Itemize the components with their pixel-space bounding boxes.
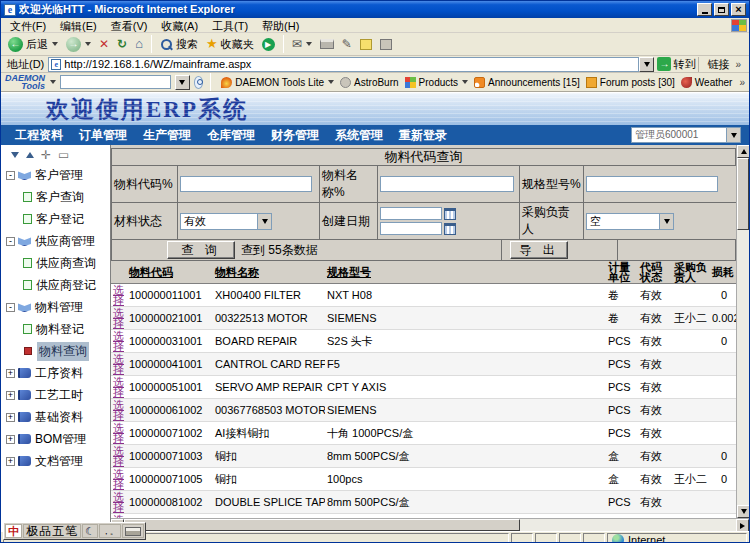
menu-item[interactable]: 帮助(H) (255, 20, 306, 32)
restore-button[interactable] (714, 3, 729, 16)
tree-toggle-icon[interactable]: + (6, 413, 15, 422)
tree-item[interactable]: 物料查询 (5, 340, 110, 362)
column-header[interactable]: 规格型号 (325, 261, 606, 284)
daemon-toolbar-item[interactable]: AstroBurn (337, 77, 401, 88)
daemon-search-icon[interactable] (194, 76, 204, 89)
stop-button[interactable]: ✕ (96, 36, 112, 52)
daemon-toolbar-item[interactable]: Weather (678, 77, 736, 88)
tree-group[interactable]: +工序资料 (5, 362, 110, 384)
select-link[interactable]: 选择 (113, 400, 125, 420)
tree-group[interactable]: +文档管理 (5, 450, 110, 472)
mail-button[interactable]: ✉ (289, 37, 315, 52)
go-button[interactable]: → 转到 (657, 57, 695, 72)
tree-group[interactable]: -客户管理 (5, 164, 110, 186)
address-input[interactable]: e http://192.168.1.6/WZ/mainframe.aspx (48, 57, 639, 72)
close-button[interactable]: × (731, 3, 746, 16)
ime-keyboard-button[interactable] (122, 524, 144, 538)
daemon-logo-dropdown-icon[interactable] (50, 80, 56, 84)
daemon-toolbar-item[interactable]: DAEMON Tools Lite (218, 77, 337, 88)
select-link[interactable]: 选择 (113, 354, 125, 374)
expand-all-icon[interactable] (26, 152, 34, 158)
discuss-button[interactable] (357, 38, 375, 51)
daemon-toolbar-item[interactable]: Forum posts [30] (583, 77, 678, 88)
nav-item[interactable]: 工程资料 (9, 127, 69, 144)
tree-group[interactable]: +工艺工时 (5, 384, 110, 406)
tree-toggle-icon[interactable]: - (6, 237, 15, 246)
tree-group[interactable]: -物料管理 (5, 296, 110, 318)
tree-item[interactable]: 客户查询 (5, 186, 110, 208)
select-link[interactable]: 选择 (113, 285, 125, 305)
ime-halfwidth-moon-icon[interactable]: ☾ (82, 524, 98, 538)
nav-item[interactable]: 仓库管理 (201, 127, 261, 144)
menu-item[interactable]: 收藏(A) (154, 20, 205, 32)
nav-item[interactable]: 系统管理 (329, 127, 389, 144)
tree-toggle-icon[interactable]: + (6, 435, 15, 444)
favorites-button[interactable]: ★ 收藏夹 (203, 36, 257, 53)
collapse-all-icon[interactable] (11, 152, 19, 158)
export-button[interactable]: 导 出 (510, 241, 568, 259)
tree-toggle-icon[interactable]: + (6, 457, 15, 466)
daemon-toolbar-item[interactable]: Announcements [15] (471, 77, 583, 88)
menu-item[interactable]: 编辑(E) (53, 20, 104, 32)
select-link[interactable]: 选择 (113, 469, 125, 489)
vertical-scrollbar[interactable] (736, 145, 749, 518)
nav-item[interactable]: 生产管理 (137, 127, 197, 144)
select-link[interactable]: 选择 (113, 308, 125, 328)
forward-button[interactable]: → (63, 36, 94, 53)
tree-item[interactable]: 供应商查询 (5, 252, 110, 274)
ime-name-label[interactable]: 极品五笔 (23, 524, 81, 538)
select-link[interactable]: 选择 (113, 492, 125, 512)
material-status-select[interactable]: 有效 (180, 213, 272, 230)
vertical-scroll-thumb[interactable] (737, 158, 749, 230)
tree-group[interactable]: +基础资料 (5, 406, 110, 428)
tree-item[interactable]: 供应商登记 (5, 274, 110, 296)
links-menu[interactable]: 链接 » (698, 57, 747, 72)
date-to-input[interactable] (380, 222, 442, 235)
column-header[interactable]: 物料名称 (213, 261, 325, 284)
menu-item[interactable]: 工具(T) (205, 20, 255, 32)
tree-toggle-icon[interactable]: + (6, 369, 15, 378)
calendar-icon[interactable] (444, 223, 456, 235)
spec-model-input[interactable] (586, 176, 718, 192)
horizontal-scrollbar[interactable] (111, 518, 749, 531)
date-from-input[interactable] (380, 207, 442, 220)
remove-icon[interactable]: ▭ (58, 150, 69, 160)
user-role-select[interactable]: 管理员600001 (631, 127, 741, 143)
horizontal-scroll-thumb[interactable] (124, 519, 520, 531)
ime-punctuation-button[interactable]: ，。 (99, 524, 121, 538)
search-query-button[interactable]: 查 询 (167, 241, 235, 259)
tree-toggle-icon[interactable]: + (6, 391, 15, 400)
research-button[interactable] (377, 38, 395, 51)
scroll-right-button[interactable] (736, 519, 749, 531)
select-link[interactable]: 选择 (113, 446, 125, 466)
menu-item[interactable]: 查看(V) (104, 20, 155, 32)
material-name-input[interactable] (380, 176, 514, 192)
tree-item[interactable]: 客户登记 (5, 208, 110, 230)
refresh-button[interactable]: ↻ (114, 36, 130, 52)
ime-language-bar[interactable]: 中 极品五笔 ☾ ，。 (3, 522, 146, 540)
media-button[interactable]: ▶ (259, 37, 278, 52)
select-link[interactable]: 选择 (113, 377, 125, 397)
ime-chinese-button[interactable]: 中 (5, 524, 22, 538)
nav-item[interactable]: 财务管理 (265, 127, 325, 144)
minimize-button[interactable] (697, 3, 712, 16)
buyer-select[interactable]: 空 (586, 213, 674, 230)
tree-toggle-icon[interactable]: - (6, 171, 15, 180)
menu-item[interactable]: 文件(F) (3, 20, 53, 32)
scroll-up-button[interactable] (737, 145, 749, 158)
tree-item[interactable]: 物料登记 (5, 318, 110, 340)
select-link[interactable]: 选择 (113, 423, 125, 443)
daemon-overflow-chevron-icon[interactable]: » (739, 77, 745, 88)
add-icon[interactable]: ✛ (41, 150, 51, 160)
daemon-toolbar-item[interactable]: Products (402, 77, 471, 88)
back-button[interactable]: ← 后退 (5, 36, 61, 53)
address-dropdown-button[interactable] (639, 57, 654, 72)
column-header[interactable]: 物料代码 (127, 261, 213, 284)
nav-item[interactable]: 订单管理 (73, 127, 133, 144)
material-code-input[interactable] (180, 176, 312, 192)
nav-item[interactable]: 重新登录 (393, 127, 453, 144)
tree-toggle-icon[interactable]: - (6, 303, 15, 312)
edit-button[interactable]: ✎ (339, 37, 355, 52)
daemon-search-input[interactable] (60, 75, 171, 89)
home-button[interactable]: ⌂ (132, 36, 146, 52)
